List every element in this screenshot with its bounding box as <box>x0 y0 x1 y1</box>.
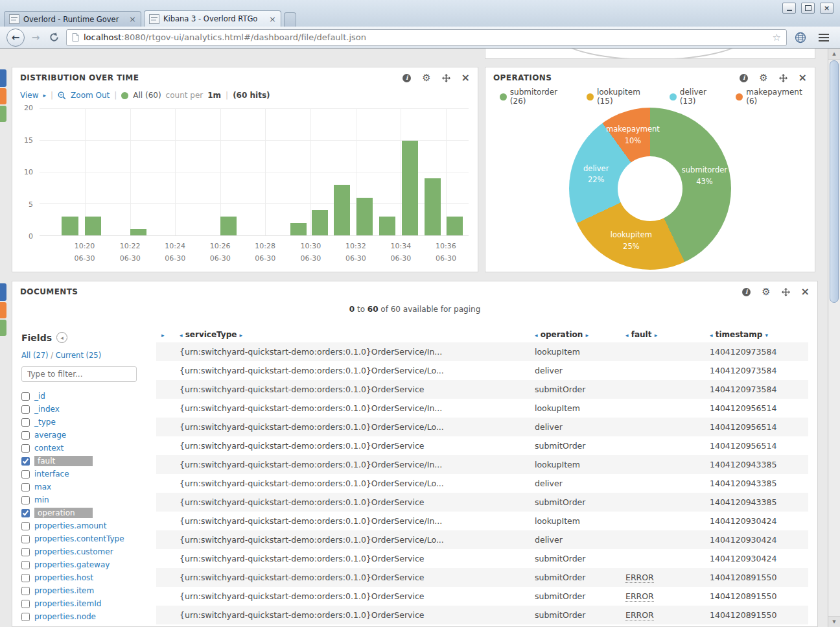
field-name[interactable]: max <box>34 482 51 491</box>
field-name[interactable]: operation <box>34 508 93 518</box>
interval-label[interactable]: 1m <box>207 91 221 100</box>
row-collapse-tab-blue[interactable] <box>0 283 6 301</box>
histogram-bar[interactable] <box>290 223 307 236</box>
close-icon[interactable]: × <box>799 73 807 82</box>
field-name[interactable]: _type <box>34 418 56 427</box>
series-label[interactable]: All (60) <box>133 91 161 100</box>
histogram-bar[interactable] <box>379 217 395 235</box>
table-row[interactable]: {urn:switchyard-quickstart-demo:orders:0… <box>156 361 808 380</box>
new-tab-button[interactable] <box>284 12 296 27</box>
forward-button[interactable]: → <box>30 32 41 43</box>
table-row[interactable]: {urn:switchyard-quickstart-demo:orders:0… <box>156 399 808 418</box>
field-name[interactable]: properties.node <box>34 612 96 621</box>
table-row[interactable]: {urn:switchyard-quickstart-demo:orders:0… <box>156 380 808 399</box>
histogram-bar[interactable] <box>334 185 350 235</box>
field-name[interactable]: fault <box>34 456 93 466</box>
menu-button[interactable] <box>814 30 834 45</box>
histogram-bar[interactable] <box>130 229 146 235</box>
info-icon[interactable]: i <box>402 74 411 82</box>
zoom-out-link[interactable]: Zoom Out <box>71 91 110 100</box>
row-collapse-tab-orange[interactable] <box>0 302 6 318</box>
column-header-timestamp[interactable]: ◂ timestamp ▾ <box>705 327 808 342</box>
scrollbar-thumb[interactable] <box>830 60 839 303</box>
field-name[interactable]: context <box>34 444 64 453</box>
field-name[interactable]: properties.item <box>34 586 94 595</box>
histogram-bar[interactable] <box>402 141 418 235</box>
field-checkbox[interactable] <box>21 470 30 479</box>
move-right-arrow-icon[interactable]: ▸ <box>586 332 589 338</box>
move-icon[interactable] <box>779 74 788 82</box>
field-checkbox[interactable] <box>21 535 30 543</box>
gear-icon[interactable]: ⚙ <box>759 73 767 83</box>
histogram-bar[interactable] <box>425 178 441 235</box>
move-icon[interactable] <box>782 288 790 296</box>
field-name[interactable]: properties.amount <box>34 521 106 530</box>
field-checkbox[interactable] <box>21 574 30 582</box>
field-checkbox[interactable] <box>21 548 30 556</box>
browser-tab-overlord[interactable]: Overlord - Runtime Gover × <box>4 11 141 27</box>
scroll-up-button[interactable]: ▲ <box>828 49 840 60</box>
legend-item[interactable]: deliver (13) <box>670 88 724 106</box>
table-row[interactable]: {urn:switchyard-quickstart-demo:orders:0… <box>156 436 808 455</box>
back-button[interactable]: ← <box>6 29 25 47</box>
field-checkbox[interactable] <box>21 522 30 530</box>
move-icon[interactable] <box>442 74 450 82</box>
field-name[interactable]: properties.contentType <box>34 534 124 543</box>
field-checkbox[interactable] <box>21 444 30 453</box>
field-checkbox[interactable] <box>21 418 30 427</box>
table-row[interactable]: {urn:switchyard-quickstart-demo:orders:0… <box>156 418 808 436</box>
minimize-button[interactable] <box>782 3 796 14</box>
field-checkbox[interactable] <box>21 509 30 517</box>
field-checkbox[interactable] <box>21 613 30 621</box>
browser-tab-kibana[interactable]: Kibana 3 - Overlord RTGo × <box>144 10 281 27</box>
column-header-expand[interactable]: ▸ <box>156 327 174 342</box>
row-collapse-tab-blue[interactable] <box>0 69 6 87</box>
move-right-arrow-icon[interactable]: ▸ <box>240 332 243 338</box>
close-icon[interactable]: × <box>801 287 810 296</box>
refresh-button[interactable] <box>47 30 61 45</box>
move-right-arrow-icon[interactable]: ▸ <box>655 332 658 338</box>
field-name[interactable]: properties.itemId <box>34 599 101 608</box>
field-name[interactable]: interface <box>34 469 69 479</box>
fields-filter-input[interactable] <box>21 366 137 382</box>
field-checkbox[interactable] <box>21 431 30 440</box>
close-icon[interactable]: × <box>461 73 470 82</box>
histogram-bar[interactable] <box>356 198 373 236</box>
close-window-button[interactable]: × <box>820 3 834 14</box>
row-collapse-tab-orange[interactable] <box>0 88 6 104</box>
legend-item[interactable]: submitorder (26) <box>500 88 575 106</box>
gear-icon[interactable]: ⚙ <box>762 287 770 297</box>
tab-close-icon[interactable]: × <box>129 15 136 23</box>
histogram-bar[interactable] <box>312 210 328 235</box>
table-row[interactable]: {urn:switchyard-quickstart-demo:orders:0… <box>156 342 808 361</box>
table-row[interactable]: {urn:switchyard-quickstart-demo:orders:0… <box>156 568 808 587</box>
zoom-out-icon[interactable] <box>58 91 66 100</box>
field-name[interactable]: properties.customer <box>34 547 113 556</box>
table-row[interactable]: {urn:switchyard-quickstart-demo:orders:0… <box>156 493 808 512</box>
histogram-bar[interactable] <box>62 217 78 235</box>
table-row[interactable]: {urn:switchyard-quickstart-demo:orders:0… <box>156 455 808 474</box>
field-name[interactable]: min <box>34 495 49 504</box>
scroll-down-button[interactable]: ▼ <box>828 616 840 627</box>
info-icon[interactable]: i <box>740 74 748 82</box>
field-checkbox[interactable] <box>21 483 30 491</box>
move-left-arrow-icon[interactable]: ◂ <box>710 332 713 338</box>
field-name[interactable]: _id <box>34 392 45 401</box>
globe-button[interactable] <box>792 30 809 45</box>
info-icon[interactable]: i <box>742 288 751 296</box>
move-left-arrow-icon[interactable]: ◂ <box>625 332 629 338</box>
field-checkbox[interactable] <box>21 457 30 466</box>
gear-icon[interactable]: ⚙ <box>422 73 430 83</box>
table-row[interactable]: {urn:switchyard-quickstart-demo:orders:0… <box>156 530 808 549</box>
collapse-fields-icon[interactable]: ◂ <box>56 332 67 343</box>
histogram-bar[interactable] <box>447 217 463 235</box>
tab-close-icon[interactable]: × <box>269 15 276 23</box>
view-link[interactable]: View <box>20 91 38 100</box>
move-left-arrow-icon[interactable]: ◂ <box>180 332 183 338</box>
legend-item[interactable]: makepayment (6) <box>736 88 815 106</box>
vertical-scrollbar[interactable]: ▲ ▼ <box>828 49 840 627</box>
row-collapse-tab-green[interactable] <box>0 106 6 122</box>
bookmark-star-icon[interactable]: ☆ <box>773 32 781 43</box>
table-row[interactable]: {urn:switchyard-quickstart-demo:orders:0… <box>156 474 808 493</box>
field-name[interactable]: _index <box>34 405 60 414</box>
